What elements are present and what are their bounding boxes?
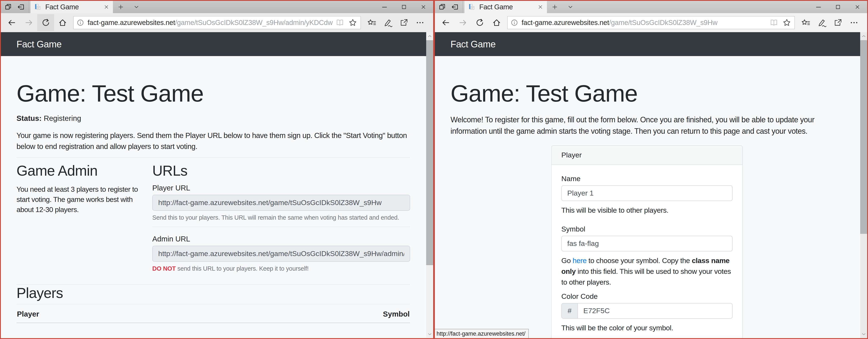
player-card-header: Player	[552, 146, 742, 165]
url-path: /game/tSuOsGcIDkS0lZ38W_s9Hw	[609, 19, 717, 26]
scroll-down-icon[interactable]	[426, 330, 433, 338]
restore-tabs-icon[interactable]	[17, 3, 25, 11]
name-label: Name	[561, 175, 733, 183]
titlebar: Fact Game	[1, 1, 433, 13]
tab-preview-chevron-icon[interactable]	[563, 1, 578, 13]
minimize-button[interactable]	[375, 1, 394, 13]
url-domain: fact-game.azurewebsites.net	[88, 19, 175, 26]
minimize-button[interactable]	[809, 1, 828, 13]
url-text: fact-game.azurewebsites.net/game/tSuOsGc…	[88, 19, 333, 27]
symbol-help: Go here to choose your symbol. Copy the …	[561, 255, 733, 287]
site-navbar: Fact Game	[435, 32, 860, 56]
web-notes-pen-icon[interactable]	[380, 14, 396, 31]
tab-preview-chevron-icon[interactable]	[129, 1, 144, 13]
forward-button[interactable]	[20, 14, 37, 31]
forward-button[interactable]	[454, 14, 471, 31]
color-code-field[interactable]	[578, 303, 733, 319]
divider	[152, 227, 410, 227]
reading-view-icon[interactable]	[336, 18, 344, 27]
url-input[interactable]: fact-game.azurewebsites.net/game/tSuOsGc…	[73, 16, 361, 29]
window-buttons	[375, 1, 433, 13]
browser-tab[interactable]: Fact Game	[464, 1, 547, 13]
player-card-body: Name This will be visible to other playe…	[552, 165, 742, 338]
welcome-text: Welcome! To register for this game, fill…	[451, 114, 844, 137]
tab-title: Fact Game	[45, 3, 103, 11]
reading-view-icon[interactable]	[770, 18, 778, 27]
share-icon[interactable]	[830, 14, 846, 31]
address-bar-row: fact-game.azurewebsites.net/game/tSuOsGc…	[1, 13, 433, 32]
titlebar: Fact Game	[435, 1, 867, 13]
symbol-label: Symbol	[561, 225, 733, 233]
admin-page-content: Game: Test Game Status:Registering Your …	[1, 56, 426, 338]
more-options-icon[interactable]	[412, 14, 428, 31]
color-help: This will be the color of your symbol.	[561, 322, 733, 333]
game-admin-heading: Game Admin	[17, 162, 148, 179]
scrollbar[interactable]	[860, 32, 867, 338]
url-input[interactable]: fact-game.azurewebsites.net/game/tSuOsGc…	[507, 16, 795, 29]
set-aside-tabs-icon[interactable]	[438, 3, 446, 11]
browser-window-player: Fact Game fact-game.azurewebsites.net/ga…	[434, 0, 868, 339]
name-field[interactable]	[561, 185, 733, 201]
site-navbar: Fact Game	[1, 32, 426, 56]
player-url-help: Send this to your players. This URL will…	[152, 214, 410, 221]
color-hash-prefix: #	[561, 303, 578, 319]
new-tab-button[interactable]	[547, 1, 563, 13]
scrollbar-thumb[interactable]	[860, 40, 867, 234]
web-notes-pen-icon[interactable]	[814, 14, 830, 31]
navbar-brand[interactable]: Fact Game	[17, 39, 62, 50]
more-options-icon[interactable]	[846, 14, 862, 31]
url-path: /game/tSuOsGcIDkS0lZ38W_s9Hw/admin/yKDCd…	[175, 19, 333, 26]
share-icon[interactable]	[396, 14, 412, 31]
favicon-icon	[34, 3, 41, 11]
player-url-label: Player URL	[152, 184, 410, 192]
color-code-group: #	[561, 303, 733, 319]
scroll-up-icon[interactable]	[426, 32, 433, 40]
admin-url-warning: DO NOT send this URL to your players. Ke…	[152, 265, 410, 272]
url-text: fact-game.azurewebsites.net/game/tSuOsGc…	[522, 19, 767, 27]
browser-window-admin: Fact Game fact-game.azurewebsites.net/ga…	[0, 0, 434, 339]
site-info-icon[interactable]	[510, 19, 518, 26]
link-preview-tooltip: http://fact-game.azurewebsites.net/	[435, 329, 529, 338]
scroll-down-icon[interactable]	[860, 330, 867, 338]
back-button[interactable]	[3, 14, 20, 31]
new-tab-button[interactable]	[113, 1, 129, 13]
add-favorite-star-icon[interactable]	[348, 19, 357, 27]
close-window-button[interactable]	[414, 1, 433, 13]
scrollbar-thumb[interactable]	[426, 40, 433, 265]
tab-tools	[1, 1, 29, 13]
restore-tabs-icon[interactable]	[451, 3, 459, 11]
color-code-label: Color Code	[561, 292, 733, 301]
favorites-hub-icon[interactable]	[798, 14, 814, 31]
admin-url-field[interactable]	[152, 246, 410, 262]
players-col-symbol: Symbol	[383, 310, 410, 318]
close-window-button[interactable]	[848, 1, 867, 13]
game-admin-text: You need at least 3 players to register …	[17, 184, 148, 215]
player-card: Player Name This will be visible to othe…	[551, 145, 743, 338]
tab-close-icon[interactable]	[537, 4, 544, 10]
site-info-icon[interactable]	[76, 19, 84, 26]
back-button[interactable]	[437, 14, 454, 31]
player-url-field[interactable]	[152, 195, 410, 211]
browser-tab[interactable]: Fact Game	[30, 1, 113, 13]
set-aside-tabs-icon[interactable]	[4, 3, 12, 11]
refresh-button[interactable]	[471, 14, 488, 31]
symbol-chooser-link[interactable]: here	[572, 256, 587, 265]
home-button[interactable]	[488, 14, 505, 31]
refresh-button[interactable]	[37, 14, 54, 31]
favorites-hub-icon[interactable]	[364, 14, 380, 31]
maximize-button[interactable]	[394, 1, 414, 13]
symbol-field[interactable]	[561, 236, 733, 251]
scrollbar[interactable]	[426, 32, 433, 338]
page-viewport: Fact Game Game: Test Game Status:Registe…	[1, 32, 433, 338]
home-button[interactable]	[54, 14, 71, 31]
maximize-button[interactable]	[828, 1, 848, 13]
url-domain: fact-game.azurewebsites.net	[522, 19, 609, 26]
navbar-brand[interactable]: Fact Game	[451, 39, 496, 50]
add-favorite-star-icon[interactable]	[782, 19, 791, 27]
status-value: Registering	[44, 114, 81, 122]
scroll-up-icon[interactable]	[860, 32, 867, 40]
tab-close-icon[interactable]	[103, 4, 110, 10]
players-col-player: Player	[17, 310, 39, 318]
game-admin-column: Game Admin You need at least 3 players t…	[17, 162, 148, 215]
urls-column: URLs Player URL Send this to your player…	[152, 162, 410, 272]
